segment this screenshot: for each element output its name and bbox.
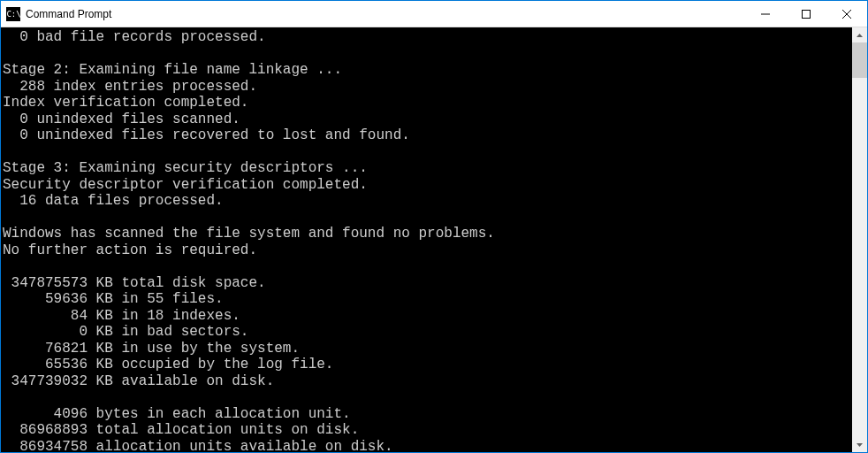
vertical-scrollbar[interactable]	[852, 27, 867, 452]
maximize-button[interactable]	[786, 1, 826, 27]
scroll-up-button[interactable]	[852, 27, 867, 42]
chevron-down-icon	[857, 443, 863, 447]
maximize-icon	[802, 10, 811, 19]
svg-marker-4	[857, 34, 863, 37]
svg-rect-1	[803, 10, 811, 18]
close-button[interactable]	[826, 1, 867, 27]
minimize-icon	[761, 10, 770, 19]
scroll-down-button[interactable]	[852, 437, 867, 452]
scroll-thumb[interactable]	[852, 42, 867, 78]
chevron-up-icon	[857, 34, 863, 37]
titlebar[interactable]: C:\ Command Prompt	[1, 1, 867, 27]
svg-marker-5	[857, 443, 863, 447]
app-icon: C:\	[6, 7, 20, 21]
scroll-track[interactable]	[852, 42, 867, 437]
window-controls	[745, 1, 867, 27]
content-area: 0 bad file records processed. Stage 2: E…	[1, 27, 867, 452]
terminal-output[interactable]: 0 bad file records processed. Stage 2: E…	[1, 27, 852, 452]
window-title: Command Prompt	[26, 8, 745, 20]
command-prompt-window: C:\ Command Prompt 0 bad file records pr…	[0, 0, 868, 453]
minimize-button[interactable]	[745, 1, 786, 27]
close-icon	[842, 10, 851, 19]
